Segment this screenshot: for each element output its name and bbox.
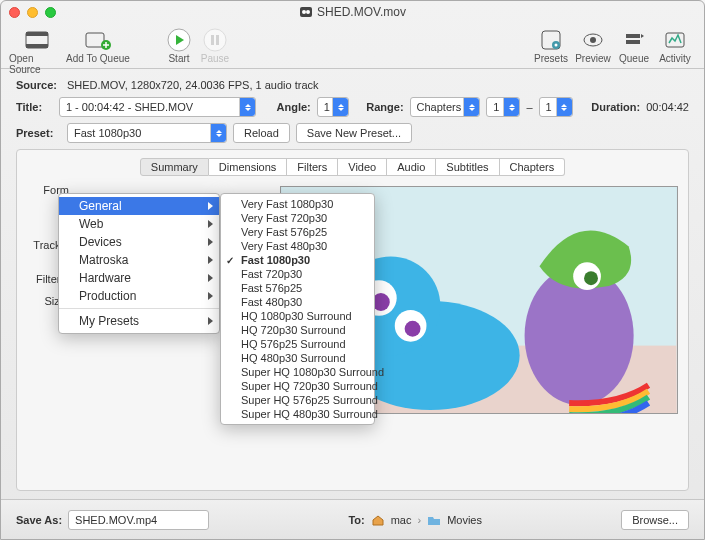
- submenu-item[interactable]: Super HQ 576p25 Surround: [221, 393, 374, 407]
- menu-item-matroska[interactable]: Matroska: [59, 251, 219, 269]
- svg-rect-4: [26, 32, 48, 36]
- save-as-label: Save As:: [16, 514, 62, 526]
- range-label: Range:: [366, 101, 403, 113]
- submenu-item[interactable]: HQ 576p25 Surround: [221, 337, 374, 351]
- save-as-field[interactable]: SHED.MOV.mp4: [68, 510, 209, 530]
- range-to-select[interactable]: 1: [539, 97, 573, 117]
- submenu-item[interactable]: Fast 720p30: [221, 267, 374, 281]
- film-reel-icon: [23, 29, 51, 51]
- range-type-select[interactable]: Chapters: [410, 97, 481, 117]
- window-title: SHED.MOV.mov: [1, 5, 704, 19]
- submenu-item[interactable]: Fast 480p30: [221, 295, 374, 309]
- svg-point-16: [590, 37, 596, 43]
- submenu-item[interactable]: Very Fast 720p30: [221, 211, 374, 225]
- preview-button[interactable]: Preview: [572, 25, 614, 64]
- reload-button[interactable]: Reload: [233, 123, 290, 143]
- svg-rect-10: [211, 35, 214, 45]
- preset-select-value: Fast 1080p30: [74, 127, 141, 139]
- menu-item-production[interactable]: Production: [59, 287, 219, 305]
- title-select[interactable]: 1 - 00:04:42 - SHED.MOV: [59, 97, 256, 117]
- browse-button[interactable]: Browse...: [621, 510, 689, 530]
- app-window: SHED.MOV.mov Open Source Add To Queue St…: [0, 0, 705, 540]
- preset-submenu: Very Fast 1080p30 Very Fast 720p30 Very …: [220, 193, 375, 425]
- add-to-queue-label: Add To Queue: [66, 53, 130, 64]
- pause-icon: [203, 28, 227, 52]
- title-select-value: 1 - 00:04:42 - SHED.MOV: [66, 101, 193, 113]
- menu-item-web[interactable]: Web: [59, 215, 219, 233]
- range-to-value: 1: [546, 101, 552, 113]
- preset-row: Preset: Fast 1080p30 Reload Save New Pre…: [16, 123, 689, 143]
- tab-filters[interactable]: Filters: [287, 158, 338, 176]
- preset-label: Preset:: [16, 127, 61, 139]
- to-label: To:: [348, 514, 364, 526]
- save-as-filename: SHED.MOV.mp4: [75, 514, 157, 526]
- content-area: Source: SHED.MOV, 1280x720, 24.0036 FPS,…: [1, 69, 704, 499]
- home-icon: [371, 514, 385, 526]
- submenu-item[interactable]: Fast 576p25: [221, 281, 374, 295]
- submenu-item[interactable]: HQ 480p30 Surround: [221, 351, 374, 365]
- submenu-item-checked[interactable]: ✓Fast 1080p30: [221, 253, 374, 267]
- menu-item-my-presets[interactable]: My Presets: [59, 312, 219, 330]
- tab-bar: Summary Dimensions Filters Video Audio S…: [27, 158, 678, 176]
- menu-item-devices[interactable]: Devices: [59, 233, 219, 251]
- svg-rect-17: [626, 34, 640, 38]
- angle-select[interactable]: 1: [317, 97, 350, 117]
- select-arrows-icon: [239, 98, 255, 116]
- presets-drawer-button[interactable]: Presets: [530, 25, 572, 64]
- tab-audio[interactable]: Audio: [387, 158, 436, 176]
- select-arrows-icon: [503, 98, 519, 116]
- range-type-value: Chapters: [417, 101, 462, 113]
- save-new-preset-button[interactable]: Save New Preset...: [296, 123, 412, 143]
- source-label: Source:: [16, 79, 61, 91]
- to-folder: Movies: [447, 514, 482, 526]
- menu-item-general[interactable]: General: [59, 197, 219, 215]
- pause-label: Pause: [201, 53, 229, 64]
- submenu-item[interactable]: Super HQ 480p30 Surround: [221, 407, 374, 421]
- activity-button[interactable]: Activity: [654, 25, 696, 64]
- select-arrows-icon: [556, 98, 572, 116]
- add-to-queue-button[interactable]: Add To Queue: [65, 25, 131, 64]
- menu-item-hardware[interactable]: Hardware: [59, 269, 219, 287]
- svg-point-14: [555, 44, 558, 47]
- range-from-select[interactable]: 1: [486, 97, 520, 117]
- browse-label: Browse...: [632, 514, 678, 526]
- tab-subtitles[interactable]: Subtitles: [436, 158, 499, 176]
- activity-label: Activity: [659, 53, 691, 64]
- folder-icon: [427, 514, 441, 526]
- svg-rect-11: [216, 35, 219, 45]
- submenu-item[interactable]: Very Fast 480p30: [221, 239, 374, 253]
- submenu-item[interactable]: HQ 1080p30 Surround: [221, 309, 374, 323]
- submenu-item[interactable]: HQ 720p30 Surround: [221, 323, 374, 337]
- svg-point-30: [405, 321, 421, 337]
- queue-button[interactable]: Queue: [614, 25, 654, 64]
- source-value: SHED.MOV, 1280x720, 24.0036 FPS, 1 audio…: [67, 79, 319, 91]
- svg-point-24: [584, 271, 598, 285]
- svg-rect-18: [626, 40, 640, 44]
- tab-chapters[interactable]: Chapters: [500, 158, 566, 176]
- tab-dimensions[interactable]: Dimensions: [209, 158, 287, 176]
- open-source-button[interactable]: Open Source: [9, 25, 65, 75]
- source-row: Source: SHED.MOV, 1280x720, 24.0036 FPS,…: [16, 79, 689, 91]
- start-label: Start: [168, 53, 189, 64]
- submenu-item[interactable]: Very Fast 1080p30: [221, 197, 374, 211]
- eye-icon: [582, 29, 604, 51]
- title-row: Title: 1 - 00:04:42 - SHED.MOV Angle: 1 …: [16, 97, 689, 117]
- submenu-item[interactable]: Super HQ 720p30 Surround: [221, 379, 374, 393]
- save-new-label: Save New Preset...: [307, 127, 401, 139]
- svg-point-2: [306, 10, 310, 14]
- submenu-item[interactable]: Very Fast 576p25: [221, 225, 374, 239]
- tab-video[interactable]: Video: [338, 158, 387, 176]
- play-icon: [167, 28, 191, 52]
- start-button[interactable]: Start: [161, 25, 197, 64]
- submenu-item[interactable]: Super HQ 1080p30 Surround: [221, 365, 374, 379]
- titlebar: SHED.MOV.mov: [1, 1, 704, 23]
- svg-rect-5: [26, 44, 48, 48]
- tab-summary[interactable]: Summary: [140, 158, 209, 176]
- preview-label: Preview: [575, 53, 611, 64]
- pause-button: Pause: [197, 25, 233, 64]
- select-arrows-icon: [332, 98, 348, 116]
- activity-icon: [664, 29, 686, 51]
- bottom-bar: Save As: SHED.MOV.mp4 To: mac › Movies B…: [1, 499, 704, 539]
- range-from-value: 1: [493, 101, 499, 113]
- preset-select[interactable]: Fast 1080p30: [67, 123, 227, 143]
